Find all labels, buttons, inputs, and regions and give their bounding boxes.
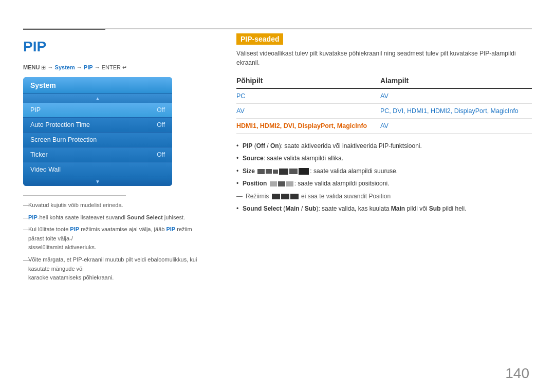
bullet-sound-select: Sound Select (Main / Sub): saate valida,… — [236, 203, 532, 214]
note-4: Võite märgata, et PIP-ekraanil muutub pi… — [23, 255, 198, 283]
auto-protection-label: Auto Protection Time — [30, 121, 90, 128]
note-3: Kui lülitate toote PIP režiimis vaatamis… — [23, 225, 198, 252]
row1-col2: AV — [380, 92, 532, 100]
left-panel: PIP MENU ⊞ → System → PIP → ENTER ↵ Syst… — [23, 33, 198, 286]
auto-protection-value: Off — [157, 121, 165, 128]
note-1: Kuvatud kujutis võib mudelist erineda. — [23, 201, 198, 210]
menu-item-ticker[interactable]: Ticker Off — [23, 147, 172, 162]
system-label: System — [30, 81, 56, 89]
menu-item-pip[interactable]: PIP Off — [23, 103, 172, 118]
screen-burn-label: Screen Burn Protection — [30, 136, 97, 143]
section-description: Välisest videoallikast tulev pilt kuvata… — [236, 49, 532, 67]
ticker-label: Ticker — [30, 151, 48, 158]
ticker-value: Off — [157, 151, 165, 158]
section-title-highlight: PIP-seaded — [236, 33, 283, 45]
arrow-down[interactable]: ▼ — [23, 177, 172, 186]
table-row-2: AV PC, DVI, HDMI1, HDMI2, DisplayPort, M… — [236, 104, 532, 119]
table-row-3: HDMI1, HDMI2, DVI, DisplayPort, MagicInf… — [236, 119, 532, 134]
top-divider — [23, 28, 532, 29]
row3-col2: AV — [380, 122, 532, 129]
menu-item-screen-burn[interactable]: Screen Burn Protection — [23, 133, 172, 147]
sub-note-position: Režiimis ei saa te valida suvandit Posit… — [236, 191, 532, 201]
table-row-1: PC AV — [236, 89, 532, 104]
row2-col2: PC, DVI, HDMI1, HDMI2, DisplayPort, Magi… — [380, 107, 532, 115]
right-panel: PIP-seaded Välisest videoallikast tulev … — [236, 33, 532, 216]
page-number: 140 — [505, 365, 529, 382]
menu-item-video-wall[interactable]: Video Wall — [23, 162, 172, 177]
bullet-pip: PIP (Off / On): saate aktiveerida või in… — [236, 141, 532, 151]
note-divider — [23, 195, 126, 196]
menu-path: MENU ⊞ → System → PIP → ENTER ↵ — [23, 64, 198, 71]
note-2: PIP-heli kohta saate lisateavet suvandi … — [23, 213, 198, 222]
row1-col1: PC — [236, 92, 380, 100]
arrow-up[interactable]: ▲ — [23, 94, 172, 103]
notes-section: Kuvatud kujutis võib mudelist erineda. P… — [23, 201, 198, 283]
col2-header: Alampilt — [380, 77, 532, 85]
bullet-position: Position : saate valida alampildi posits… — [236, 178, 532, 189]
page-title: PIP — [23, 39, 198, 55]
table-header: Põhipilt Alampilt — [236, 77, 532, 89]
bullet-size: Size : saate valida alampildi suuruse. — [236, 166, 532, 176]
menu-item-auto-protection[interactable]: Auto Protection Time Off — [23, 118, 172, 133]
bullet-source: Source: saate valida alampildi allika. — [236, 153, 532, 163]
system-box-header: System — [23, 77, 172, 94]
col1-header: Põhipilt — [236, 77, 380, 85]
pip-value: Off — [157, 106, 165, 114]
section-title-text: PIP-seaded — [240, 35, 279, 43]
video-wall-label: Video Wall — [30, 166, 61, 173]
bullet-list: PIP (Off / On): saate aktiveerida või in… — [236, 141, 532, 214]
pip-label: PIP — [30, 106, 41, 114]
system-menu-box: System ▲ PIP Off Auto Protection Time Of… — [23, 77, 172, 186]
row3-col1: HDMI1, HDMI2, DVI, DisplayPort, MagicInf… — [236, 122, 380, 129]
row2-col1: AV — [236, 107, 380, 115]
